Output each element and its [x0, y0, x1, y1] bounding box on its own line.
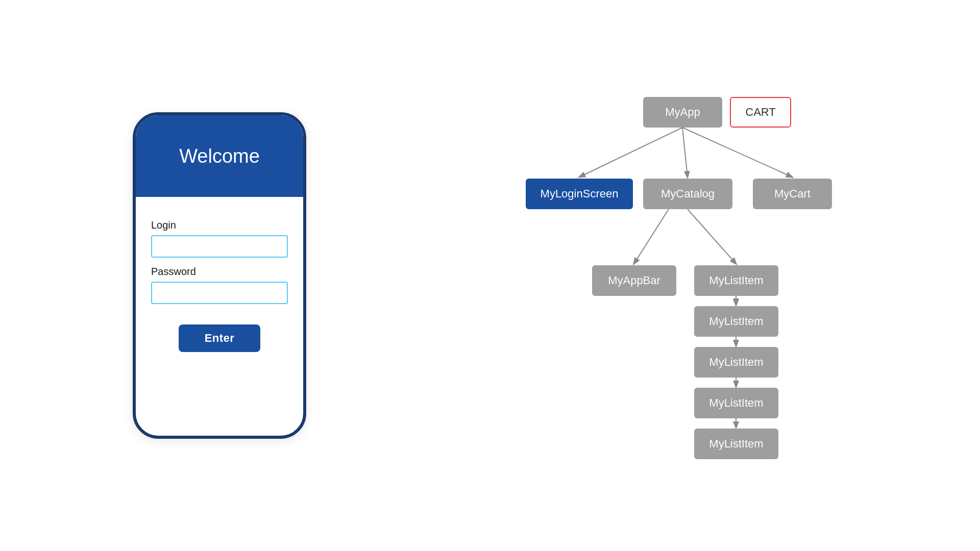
node-listitem-2: MyListItem	[694, 306, 778, 337]
node-myapp: MyApp	[643, 97, 722, 128]
node-listitem-3: MyListItem	[694, 347, 778, 378]
node-mycart: MyCart	[753, 179, 832, 209]
node-listitem-1: MyListItem	[694, 265, 778, 296]
node-catalog: MyCatalog	[643, 179, 732, 209]
svg-line-0	[579, 128, 682, 177]
phone-mockup: Welcome Login Password Enter	[77, 77, 362, 474]
phone-frame: Welcome Login Password Enter	[133, 112, 306, 439]
component-tree: MyApp CART MyLoginScreen MyCatalog MyCar…	[516, 77, 903, 474]
login-input[interactable]	[151, 235, 288, 258]
node-appbar: MyAppBar	[592, 265, 676, 296]
svg-line-3	[634, 209, 669, 264]
node-cart: CART	[730, 97, 791, 128]
svg-line-1	[682, 128, 688, 177]
svg-line-2	[682, 128, 792, 177]
svg-line-4	[688, 209, 736, 264]
password-label: Password	[151, 266, 288, 278]
phone-header: Welcome	[136, 115, 303, 197]
login-label: Login	[151, 219, 288, 231]
node-listitem-4: MyListItem	[694, 388, 778, 418]
password-input[interactable]	[151, 282, 288, 304]
welcome-title: Welcome	[179, 145, 260, 167]
tree-diagram: MyApp CART MyLoginScreen MyCatalog MyCar…	[526, 97, 893, 454]
node-login-screen: MyLoginScreen	[526, 179, 633, 209]
enter-button[interactable]: Enter	[179, 324, 260, 352]
phone-body: Login Password Enter	[136, 197, 303, 436]
node-listitem-5: MyListItem	[694, 429, 778, 459]
